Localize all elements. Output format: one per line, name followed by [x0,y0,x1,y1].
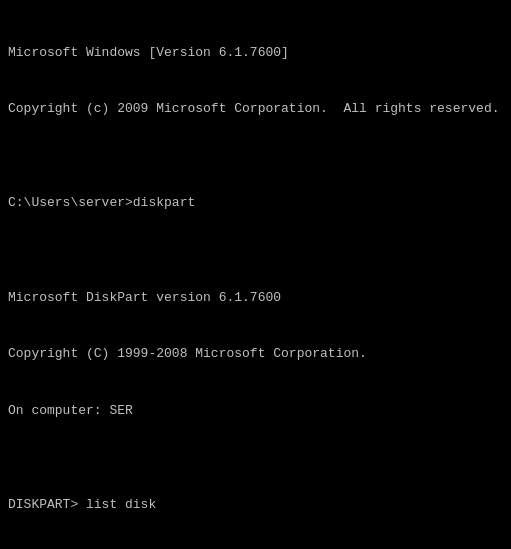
terminal-window: Microsoft Windows [Version 6.1.7600] Cop… [8,6,503,549]
line7: Copyright (C) 1999-2008 Microsoft Corpor… [8,345,503,364]
line6: Microsoft DiskPart version 6.1.7600 [8,289,503,308]
line10: DISKPART> list disk [8,496,503,515]
line1: Microsoft Windows [Version 6.1.7600] [8,44,503,63]
line4: C:\Users\server>diskpart [8,194,503,213]
line8: On computer: SER [8,402,503,421]
line2: Copyright (c) 2009 Microsoft Corporation… [8,100,503,119]
